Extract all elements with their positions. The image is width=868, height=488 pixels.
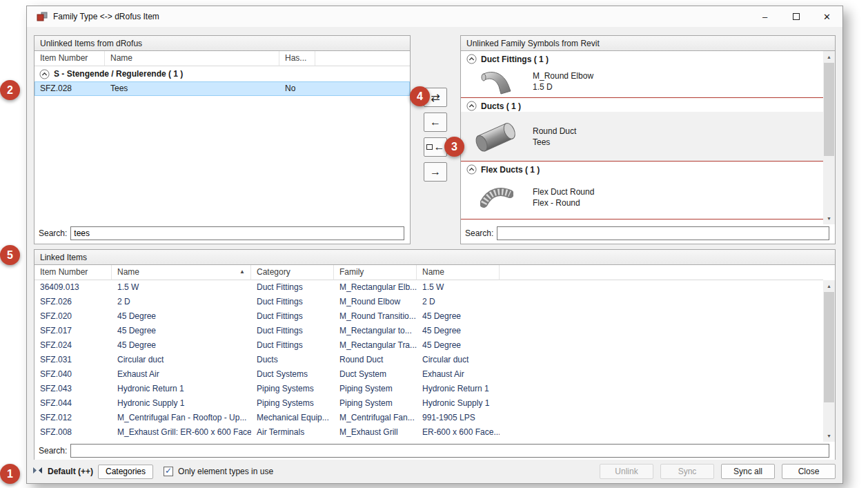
duct-elbow-icon: [461, 68, 533, 95]
drofus-search-input[interactable]: [70, 226, 404, 240]
collapse-group-icon[interactable]: [39, 69, 50, 79]
column-header-filler: [500, 265, 823, 280]
unlinked-drofus-panel: Unlinked Items from dRofus Item Number N…: [34, 35, 411, 244]
column-header-name-2[interactable]: Name: [417, 265, 500, 280]
table-cell: SFZ.043: [34, 382, 112, 396]
annotation-callout: 4: [410, 86, 430, 106]
column-header-category[interactable]: Category: [251, 265, 334, 280]
symbol-group-row[interactable]: Flex Ducts ( 1 ): [461, 162, 823, 175]
table-cell: [500, 382, 823, 396]
scrollbar-thumb[interactable]: [824, 292, 834, 402]
table-cell: 1.5 W: [112, 280, 251, 295]
dialog-window: Family Type <-> dRofus Item – ✕ Unlinked…: [26, 6, 843, 484]
symbol-item-label: Flex Duct RoundFlex - Round: [533, 186, 594, 208]
revit-search-input[interactable]: [497, 226, 829, 240]
table-row[interactable]: SFZ.040Exhaust AirDuct SystemsDuct Syste…: [34, 367, 823, 382]
vertical-scrollbar[interactable]: ▲ ▼: [823, 51, 835, 224]
panel-title: Linked Items: [40, 253, 87, 262]
scroll-up-button[interactable]: ▲: [823, 280, 835, 292]
symbol-item[interactable]: Flex Duct RoundFlex - Round: [461, 175, 823, 219]
table-cell: M_Rectangular Elb...: [334, 280, 417, 295]
table-row-selected[interactable]: SFZ.028 Tees No: [34, 81, 410, 96]
table-cell: Duct System: [334, 367, 417, 382]
symbol-item[interactable]: Round DuctTees: [461, 112, 823, 162]
symbol-item[interactable]: M_Round Elbow1.5 D: [461, 65, 823, 98]
collapse-group-icon[interactable]: [466, 101, 477, 111]
column-header-item-number[interactable]: Item Number: [34, 51, 105, 66]
linked-items-body: 36409.0131.5 WDuct FittingsM_Rectangular…: [34, 280, 823, 442]
revit-symbol-list: Duct Fittings ( 1 )M_Round Elbow1.5 DDuc…: [461, 51, 823, 224]
symbol-group-row[interactable]: Duct Fittings ( 1 ): [461, 51, 823, 65]
table-cell: 2 D: [112, 295, 251, 309]
unlinked-revit-panel-header: Unlinked Family Symbols from Revit: [461, 36, 835, 51]
table-cell: Hydronic Supply 1: [417, 396, 500, 411]
collapse-group-icon[interactable]: [466, 54, 477, 64]
column-header-name[interactable]: Name▲: [112, 265, 251, 280]
minimize-button[interactable]: –: [749, 6, 780, 27]
table-row[interactable]: SFZ.0262 DDuct FittingsM_Round Elbow2 D: [34, 295, 823, 309]
only-in-use-label: Only element types in use: [178, 467, 273, 476]
table-row[interactable]: SFZ.043Hydronic Return 1Piping SystemsPi…: [34, 382, 823, 396]
table-row[interactable]: SFZ.012M_Centrifugal Fan - Rooftop - Up.…: [34, 411, 823, 425]
drofus-group-row[interactable]: S - Stengende / Regulerende ( 1 ): [34, 66, 410, 81]
table-row[interactable]: SFZ.008M_Exhaust Grill: ER-600 x 600 Fac…: [34, 425, 823, 440]
maximize-button[interactable]: [780, 6, 811, 27]
table-cell: SFZ.031: [34, 353, 112, 367]
table-cell: 2 D: [417, 295, 500, 309]
arrow-right-icon: →: [430, 166, 441, 178]
table-cell: Exhaust Air: [417, 367, 500, 382]
link-left-button[interactable]: ←: [424, 113, 447, 132]
scroll-down-button[interactable]: ▼: [823, 213, 835, 224]
table-cell: 45 Degree: [112, 309, 251, 324]
table-cell: No: [279, 81, 315, 96]
table-cell: Piping System: [334, 382, 417, 396]
symbol-group-label: Duct Fittings ( 1 ): [481, 55, 549, 64]
table-cell: M_Exhaust Grill: [334, 425, 417, 440]
table-row[interactable]: SFZ.01745 DegreeDuct FittingsM_Rectangul…: [34, 324, 823, 338]
new-item-box-icon: [426, 144, 433, 150]
column-header-has[interactable]: Has...: [279, 51, 315, 66]
sync-button: Sync: [660, 464, 714, 479]
scrollbar-thumb[interactable]: [824, 63, 834, 156]
table-row[interactable]: 36409.0131.5 WDuct FittingsM_Rectangular…: [34, 280, 823, 295]
panel-title: Unlinked Family Symbols from Revit: [466, 39, 600, 48]
annotation-callout: 3: [444, 137, 464, 157]
vertical-scrollbar[interactable]: ▲ ▼: [823, 280, 835, 442]
table-cell: [500, 396, 823, 411]
symbol-name: Flex Duct Round: [533, 186, 594, 197]
scroll-up-icon: ▲: [827, 284, 831, 289]
table-row[interactable]: SFZ.02445 DegreeDuct FittingsM_Rectangul…: [34, 338, 823, 353]
collapse-group-icon[interactable]: [466, 164, 477, 175]
column-header-family[interactable]: Family: [334, 265, 417, 280]
scrollbar-track[interactable]: [823, 63, 835, 213]
unlinked-drofus-panel-body: Item Number Name Has... S - Stengende / …: [34, 51, 410, 244]
table-cell: Exhaust Air: [112, 367, 251, 382]
table-row[interactable]: SFZ.02045 DegreeDuct FittingsM_Round Tra…: [34, 309, 823, 324]
symbol-group-row[interactable]: Ducts ( 1 ): [461, 98, 823, 112]
link-right-button[interactable]: →: [424, 162, 447, 182]
scrollbar-track[interactable]: [823, 292, 835, 430]
column-header-item-number[interactable]: Item Number: [34, 265, 112, 280]
close-button[interactable]: Close: [782, 464, 836, 479]
screenshot-stage: Family Type <-> dRofus Item – ✕ Unlinked…: [0, 0, 868, 488]
scroll-down-button[interactable]: ▼: [823, 430, 835, 442]
close-button[interactable]: ✕: [811, 6, 842, 27]
unlink-button: Unlink: [600, 464, 653, 479]
table-cell: M_Round Elbow: [334, 295, 417, 309]
table-cell: Hydronic Supply 1: [112, 396, 251, 411]
unlinked-drofus-panel-header: Unlinked Items from dRofus: [34, 36, 410, 51]
link-left-new-button[interactable]: ←: [424, 137, 447, 157]
annotation-callout: 2: [0, 80, 20, 100]
revit-search-bar: Search:: [465, 226, 829, 240]
only-in-use-checkbox[interactable]: ✓: [164, 467, 173, 476]
table-row[interactable]: SFZ.044Hydronic Supply 1Piping SystemsPi…: [34, 396, 823, 411]
column-header-name[interactable]: Name: [105, 51, 279, 66]
categories-button[interactable]: Categories: [98, 465, 153, 479]
minimize-icon: –: [762, 12, 767, 22]
annotation-callout: 5: [0, 245, 20, 265]
table-row[interactable]: SFZ.031Circular ductDuctsRound DuctCircu…: [34, 353, 823, 367]
sync-all-button[interactable]: Sync all: [721, 464, 775, 479]
table-cell: Duct Fittings: [251, 338, 334, 353]
linked-search-input[interactable]: [70, 444, 829, 458]
scroll-up-button[interactable]: ▲: [823, 51, 835, 63]
